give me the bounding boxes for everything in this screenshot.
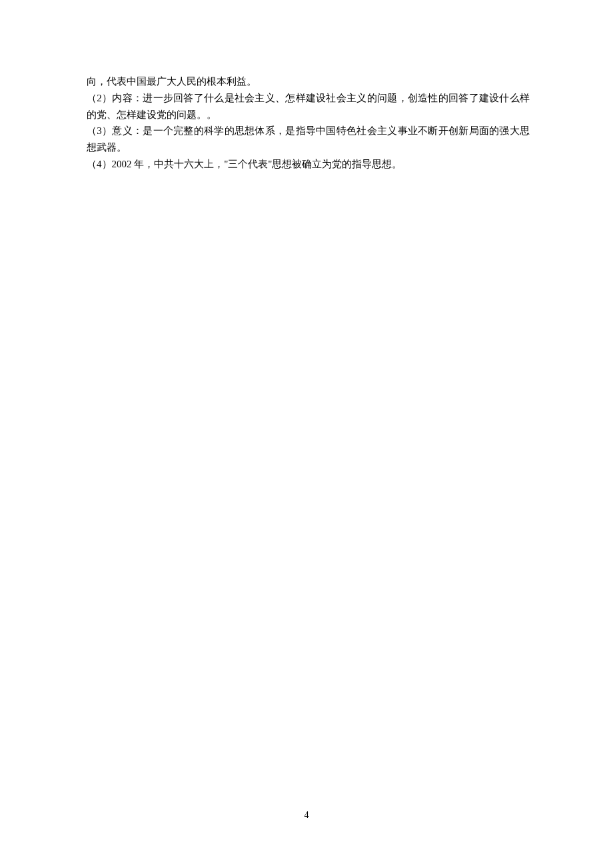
- paragraph-continuation: 向，代表中国最广大人民的根本利益。: [87, 73, 530, 90]
- paragraph-point-4: （4）2002 年，中共十六大上，"三个代表"思想被确立为党的指导思想。: [87, 156, 530, 173]
- page-number: 4: [0, 807, 613, 823]
- document-body: 向，代表中国最广大人民的根本利益。 （2）内容：进一步回答了什么是社会主义、怎样…: [0, 0, 613, 173]
- paragraph-point-3: （3）意义：是一个完整的科学的思想体系，是指导中国特色社会主义事业不断开创新局面…: [87, 123, 530, 156]
- paragraph-point-2: （2）内容：进一步回答了什么是社会主义、怎样建设社会主义的问题，创造性的回答了建…: [87, 90, 530, 123]
